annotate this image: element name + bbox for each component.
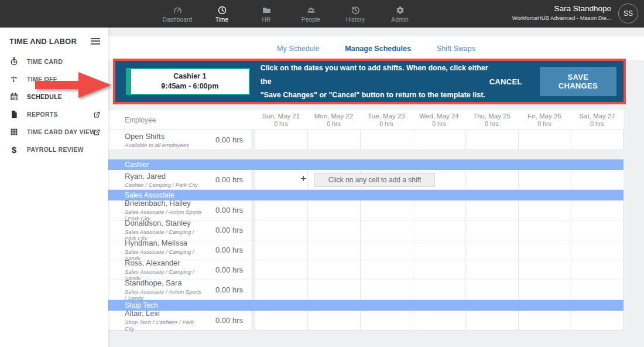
shift-day-cell[interactable]: [571, 280, 624, 300]
shift-day-cell[interactable]: [413, 200, 465, 220]
shift-day-cell[interactable]: [255, 220, 307, 240]
shift-day-cell[interactable]: [518, 170, 571, 190]
shift-day-cell[interactable]: [413, 311, 465, 331]
nav-item-time[interactable]: Time: [200, 0, 244, 28]
table-row: Ryan, JaredCashier / Camping / Park City…: [108, 170, 624, 190]
shift-day-cell[interactable]: [518, 130, 571, 150]
shift-day-cell[interactable]: [307, 130, 360, 150]
sidebar-item-time-card-day-view[interactable]: TIME CARD DAY VIEW: [0, 123, 108, 141]
nav-item-admin[interactable]: Admin: [378, 0, 422, 28]
employee-name: Ross, Alexander: [125, 258, 204, 267]
shift-day-cell[interactable]: [571, 220, 624, 240]
shift-day-cell[interactable]: [307, 220, 360, 240]
shift-day-cell[interactable]: [465, 280, 518, 300]
shift-day-cell[interactable]: [360, 220, 413, 240]
shift-day-cell[interactable]: [571, 260, 624, 280]
banner-instruction-line2: "Save Changes" or "Cancel" button to ret…: [261, 89, 489, 102]
shift-day-cell[interactable]: [518, 260, 571, 280]
sidebar-item-reports[interactable]: REPORTS: [0, 106, 108, 123]
employee-cell: Hyndman, MelissaSales Associate / Campin…: [108, 240, 251, 260]
shift-day-cell[interactable]: [518, 280, 571, 300]
shift-day-cell[interactable]: [360, 280, 413, 300]
shift-day-cell[interactable]: [518, 240, 571, 260]
sidebar-item-time-card[interactable]: TIME CARD: [0, 53, 108, 70]
shift-day-cell[interactable]: [571, 311, 624, 331]
shift-day-cell[interactable]: [571, 170, 624, 190]
employee-hours: 0.00 hrs: [204, 175, 251, 184]
shift-day-cell[interactable]: [307, 280, 360, 300]
shift-day-cell[interactable]: [465, 200, 518, 220]
employee-hours: 0.00 hrs: [204, 226, 251, 234]
employee-subtitle: Sales Associate / Action Sports / Sandy: [125, 288, 204, 301]
shift-day-cell[interactable]: [255, 311, 307, 331]
shift-day-cell[interactable]: [307, 260, 360, 280]
shift-day-cell[interactable]: [465, 311, 518, 331]
banner-instructions: Click on the dates you want to add shift…: [261, 62, 489, 102]
shift-day-cell[interactable]: [360, 200, 413, 220]
shift-day-cell[interactable]: [465, 220, 518, 240]
shift-day-cell[interactable]: [360, 240, 413, 260]
shift-day-cell[interactable]: [255, 170, 307, 190]
shift-template-name: Cashier 1: [173, 72, 206, 81]
employee-hours: 0.00 hrs: [204, 246, 251, 254]
nav-item-history[interactable]: History: [333, 0, 378, 28]
shift-day-cell[interactable]: [307, 240, 360, 260]
folder-icon: [262, 5, 272, 15]
shift-day-cell[interactable]: [413, 280, 465, 300]
shift-day-cell[interactable]: [518, 200, 571, 220]
shift-day-cell[interactable]: [571, 130, 624, 150]
shift-day-cell[interactable]: [413, 260, 465, 280]
shift-day-cell[interactable]: [255, 200, 307, 220]
shift-day-cell[interactable]: [413, 130, 465, 150]
day-hours: 0 hrs: [379, 120, 393, 127]
user-info: Sara Standhope WorkforceHUB Advanced - M…: [512, 4, 611, 21]
day-label: Tue, May 23: [368, 113, 405, 120]
sidebar-header: TIME AND LABOR: [0, 28, 108, 53]
employee-info: Altair, LexiShop Tech / Cashiers / Park …: [108, 309, 204, 332]
shift-day-cell[interactable]: [465, 260, 518, 280]
employee-hours: 0.00 hrs: [204, 266, 251, 274]
tab-shift-swaps[interactable]: Shift Swaps: [437, 45, 475, 53]
topnav-items: DashboardTimeHRPeopleHistoryAdmin: [155, 0, 422, 28]
main-content: My ScheduleManage SchedulesShift Swaps C…: [108, 28, 644, 347]
avatar[interactable]: SS: [618, 4, 638, 23]
shift-day-cell[interactable]: [360, 311, 413, 331]
shift-day-cell[interactable]: [360, 130, 413, 150]
employee-cell: Standhope, SaraSales Associate / Action …: [108, 280, 251, 300]
day-column-header: Fri, May 260 hrs: [518, 110, 571, 130]
day-hours: 0 hrs: [432, 120, 446, 127]
sidebar-item-payroll-review[interactable]: $PAYROLL REVIEW: [0, 141, 108, 158]
shift-day-cell[interactable]: [255, 280, 307, 300]
nav-item-people[interactable]: People: [289, 0, 333, 28]
tab-manage-schedules[interactable]: Manage Schedules: [345, 45, 411, 53]
table-row: Open ShiftsAvailable to all employees0.0…: [108, 130, 624, 150]
tab-my-schedule[interactable]: My Schedule: [277, 45, 319, 53]
employee-info: Ryan, JaredCashier / Camping / Park City: [108, 172, 204, 188]
shift-day-cell[interactable]: [307, 311, 360, 331]
shift-day-cell[interactable]: [571, 240, 624, 260]
shift-day-cell[interactable]: [518, 220, 571, 240]
nav-item-hr[interactable]: HR: [244, 0, 289, 28]
shift-day-cell[interactable]: [255, 260, 307, 280]
table-row: Hyndman, MelissaSales Associate / Campin…: [108, 240, 624, 260]
shift-day-cell[interactable]: [413, 220, 465, 240]
shift-day-cell[interactable]: [465, 130, 518, 150]
shift-day-cell[interactable]: [465, 170, 518, 190]
day-column-header: Wed, May 240 hrs: [413, 110, 465, 130]
shift-day-cell[interactable]: [307, 200, 360, 220]
shift-day-cell[interactable]: [255, 240, 307, 260]
table-row: Donaldson, StanleySales Associate / Camp…: [108, 220, 624, 240]
hamburger-icon[interactable]: [91, 36, 100, 46]
employee-hours: 0.00 hrs: [204, 316, 251, 325]
employee-info: Open ShiftsAvailable to all employees: [108, 132, 204, 148]
nav-item-label: Dashboard: [163, 16, 193, 23]
shift-day-cell[interactable]: [413, 240, 465, 260]
shift-day-cell[interactable]: [465, 240, 518, 260]
shift-day-cell[interactable]: [518, 311, 571, 331]
shift-day-cell[interactable]: [571, 200, 624, 220]
save-changes-button[interactable]: SAVE CHANGES: [540, 67, 616, 96]
cancel-button[interactable]: CANCEL: [489, 77, 522, 86]
shift-day-cell[interactable]: [360, 260, 413, 280]
nav-item-dashboard[interactable]: Dashboard: [155, 0, 200, 28]
shift-day-cell[interactable]: [255, 130, 307, 150]
